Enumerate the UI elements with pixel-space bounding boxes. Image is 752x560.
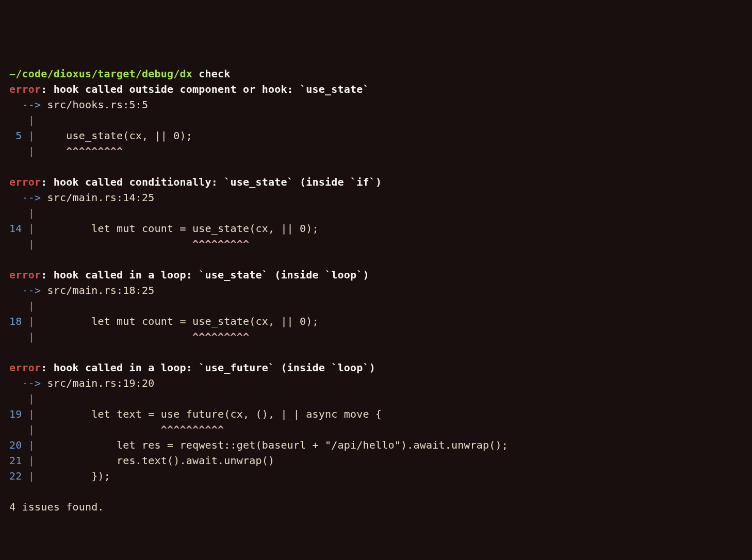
code-text: let mut count = use_state(cx, || 0); [41,315,319,327]
error-label: error [9,269,41,281]
error-location: --> src/main.rs:18:25 [9,283,743,298]
spacer [9,344,743,360]
line-number: 19 | [9,408,35,420]
code-text: let res = reqwest::get(baseurl + "/api/h… [41,439,508,451]
location-text: src/main.rs:14:25 [47,191,154,204]
caret-underline: ^^^^^^^^^^ [41,423,224,436]
arrow-icon: --> [9,98,47,111]
code-line: 14 | let mut count = use_state(cx, || 0)… [9,221,743,236]
caret-line: | ^^^^^^^^^ [9,329,743,344]
gutter: | [9,145,35,157]
code-text: use_state(cx, || 0); [41,129,192,142]
error-heading: error: hook called outside component or … [9,81,743,97]
error-label: error [9,83,41,95]
gutter: | [9,423,35,436]
gutter: | [9,207,35,219]
gutter-line: | [9,205,743,221]
spacer [9,252,743,267]
location-text: src/main.rs:18:25 [47,284,154,297]
error-location: --> src/main.rs:19:20 [9,375,743,391]
prompt-command: check [199,68,230,80]
error-message: : hook called outside component or hook:… [41,83,369,95]
code-line: 21 | res.text().await.unwrap() [9,453,743,468]
caret-underline: ^^^^^^^^^ [41,331,249,343]
line-number: 21 | [9,454,35,467]
code-text: }); [41,470,110,482]
line-number: 5 | [9,129,35,142]
code-text: let text = use_future(cx, (), |_| async … [41,408,382,420]
caret-line: | ^^^^^^^^^^ [9,422,743,437]
gutter-line: | [9,298,743,314]
line-number: 22 | [9,470,35,482]
code-line: 19 | let text = use_future(cx, (), |_| a… [9,406,743,422]
error-heading: error: hook called conditionally: `use_s… [9,174,743,190]
gutter: | [9,238,35,250]
error-message: : hook called in a loop: `use_future` (i… [41,361,375,374]
arrow-icon: --> [9,284,47,297]
gutter: | [9,392,35,405]
gutter: | [9,114,35,126]
summary-line: 4 issues found. [9,499,743,515]
error-message: : hook called in a loop: `use_state` (in… [41,269,369,281]
caret-line: | ^^^^^^^^^ [9,143,743,159]
error-label: error [9,361,41,374]
spacer [9,484,743,499]
spacer [9,159,743,174]
gutter-line: | [9,391,743,406]
code-text: let mut count = use_state(cx, || 0); [41,222,319,235]
location-text: src/hooks.rs:5:5 [47,98,148,111]
line-number: 18 | [9,315,35,327]
code-line: 20 | let res = reqwest::get(baseurl + "/… [9,437,743,453]
caret-line: | ^^^^^^^^^ [9,236,743,252]
code-line: 5 | use_state(cx, || 0); [9,128,743,143]
error-location: --> src/main.rs:14:25 [9,190,743,205]
code-line: 22 | }); [9,468,743,484]
gutter-line: | [9,112,743,128]
error-heading: error: hook called in a loop: `use_state… [9,267,743,283]
error-location: --> src/hooks.rs:5:5 [9,97,743,112]
error-heading: error: hook called in a loop: `use_futur… [9,360,743,375]
error-message: : hook called conditionally: `use_state`… [41,176,382,188]
location-text: src/main.rs:19:20 [47,377,154,389]
prompt-path: ~/code/dioxus/target/debug/dx [9,68,192,80]
code-text: res.text().await.unwrap() [41,454,274,467]
error-label: error [9,176,41,188]
gutter: | [9,300,35,312]
prompt-line: ~/code/dioxus/target/debug/dx check [9,66,743,81]
arrow-icon: --> [9,191,47,204]
caret-underline: ^^^^^^^^^ [41,145,123,157]
code-line: 18 | let mut count = use_state(cx, || 0)… [9,314,743,329]
gutter: | [9,331,35,343]
terminal-output: ~/code/dioxus/target/debug/dx checkerror… [9,66,743,515]
summary-text: 4 issues found. [9,501,104,513]
caret-underline: ^^^^^^^^^ [41,238,249,250]
arrow-icon: --> [9,377,47,389]
line-number: 20 | [9,439,35,451]
line-number: 14 | [9,222,35,235]
